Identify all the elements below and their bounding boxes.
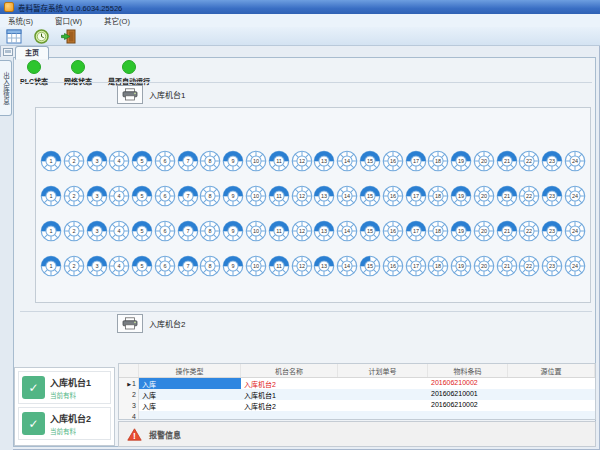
column-header-0[interactable]: 操作类型 — [139, 364, 241, 377]
reel-slot-4-19[interactable]: 19 — [450, 255, 472, 277]
reel-slot-3-1[interactable]: 1 — [40, 220, 62, 242]
clock-icon[interactable] — [30, 27, 52, 46]
cell[interactable] — [139, 411, 241, 420]
table-row-3[interactable]: 3入库入库机台2201606210002 — [119, 400, 595, 411]
reel-slot-3-3[interactable]: 3 — [86, 220, 108, 242]
reel-slot-2-1[interactable]: 1 — [40, 185, 62, 207]
reel-slot-4-11[interactable]: 11 — [268, 255, 290, 277]
reel-slot-3-16[interactable]: 16 — [382, 220, 404, 242]
cell[interactable] — [338, 378, 428, 389]
reel-slot-2-20[interactable]: 20 — [473, 185, 495, 207]
print-button-machine2[interactable] — [117, 314, 143, 333]
reel-slot-3-17[interactable]: 17 — [405, 220, 427, 242]
menu-other[interactable]: 其它(O) — [104, 15, 130, 26]
cell[interactable] — [508, 411, 595, 420]
reel-slot-4-16[interactable]: 16 — [382, 255, 404, 277]
reel-slot-3-13[interactable]: 13 — [313, 220, 335, 242]
reel-slot-3-23[interactable]: 23 — [541, 220, 563, 242]
reel-slot-4-3[interactable]: 3 — [86, 255, 108, 277]
reel-slot-1-13[interactable]: 13 — [313, 150, 335, 172]
reel-slot-1-8[interactable]: 8 — [199, 150, 221, 172]
reel-slot-2-11[interactable]: 11 — [268, 185, 290, 207]
column-header-3[interactable]: 物料条码 — [428, 364, 508, 377]
reel-slot-3-20[interactable]: 20 — [473, 220, 495, 242]
reel-slot-2-15[interactable]: 15 — [359, 185, 381, 207]
reel-slot-1-14[interactable]: 14 — [336, 150, 358, 172]
cell[interactable] — [508, 389, 595, 400]
reel-slot-3-15[interactable]: 15 — [359, 220, 381, 242]
cell[interactable]: 入库机台2 — [241, 400, 338, 411]
column-header-2[interactable]: 计划单号 — [338, 364, 428, 377]
cell[interactable] — [338, 389, 428, 400]
reel-slot-2-8[interactable]: 8 — [199, 185, 221, 207]
cell[interactable]: 入库 — [139, 400, 241, 411]
reel-slot-2-16[interactable]: 16 — [382, 185, 404, 207]
reel-slot-1-3[interactable]: 3 — [86, 150, 108, 172]
reel-slot-1-21[interactable]: 21 — [496, 150, 518, 172]
reel-slot-4-7[interactable]: 7 — [177, 255, 199, 277]
cell[interactable]: 201606210002 — [428, 378, 508, 389]
reel-slot-4-21[interactable]: 21 — [496, 255, 518, 277]
reel-slot-2-17[interactable]: 17 — [405, 185, 427, 207]
reel-slot-4-8[interactable]: 8 — [199, 255, 221, 277]
reel-slot-3-2[interactable]: 2 — [63, 220, 85, 242]
reel-slot-4-12[interactable]: 12 — [291, 255, 313, 277]
reel-slot-4-9[interactable]: 9 — [222, 255, 244, 277]
reel-slot-1-12[interactable]: 12 — [291, 150, 313, 172]
reel-slot-2-4[interactable]: 4 — [108, 185, 130, 207]
reel-slot-1-15[interactable]: 15 — [359, 150, 381, 172]
cell[interactable] — [428, 411, 508, 420]
cell[interactable]: 入库机台2 — [241, 378, 338, 389]
reel-slot-1-4[interactable]: 4 — [108, 150, 130, 172]
cell[interactable] — [338, 411, 428, 420]
cell[interactable] — [241, 411, 338, 420]
reel-slot-2-3[interactable]: 3 — [86, 185, 108, 207]
reel-slot-1-17[interactable]: 17 — [405, 150, 427, 172]
print-button-machine1[interactable] — [117, 85, 143, 104]
reel-slot-2-2[interactable]: 2 — [63, 185, 85, 207]
reel-slot-4-15[interactable]: 15 — [359, 255, 381, 277]
reel-slot-4-6[interactable]: 6 — [154, 255, 176, 277]
reel-slot-1-10[interactable]: 10 — [245, 150, 267, 172]
column-header-1[interactable]: 机台名称 — [241, 364, 338, 377]
reel-slot-3-6[interactable]: 6 — [154, 220, 176, 242]
reel-slot-3-24[interactable]: 24 — [564, 220, 586, 242]
side-panel-tab[interactable]: 出入库信息 — [0, 60, 12, 116]
reel-slot-2-13[interactable]: 13 — [313, 185, 335, 207]
reel-slot-2-6[interactable]: 6 — [154, 185, 176, 207]
column-header-4[interactable]: 源位置 — [508, 364, 595, 377]
dock-button[interactable] — [3, 48, 13, 56]
reel-slot-1-2[interactable]: 2 — [63, 150, 85, 172]
menu-window[interactable]: 窗口(W) — [55, 15, 82, 26]
reel-slot-3-9[interactable]: 9 — [222, 220, 244, 242]
reel-slot-4-2[interactable]: 2 — [63, 255, 85, 277]
cell[interactable] — [508, 400, 595, 411]
reel-slot-1-23[interactable]: 23 — [541, 150, 563, 172]
reel-slot-3-11[interactable]: 11 — [268, 220, 290, 242]
reel-slot-4-1[interactable]: 1 — [40, 255, 62, 277]
reel-slot-4-10[interactable]: 10 — [245, 255, 267, 277]
reel-slot-4-24[interactable]: 24 — [564, 255, 586, 277]
reel-slot-2-14[interactable]: 14 — [336, 185, 358, 207]
tab-home[interactable]: 主页 — [15, 46, 49, 60]
reel-slot-4-17[interactable]: 17 — [405, 255, 427, 277]
cell[interactable]: 入库 — [139, 389, 241, 400]
reel-slot-1-18[interactable]: 18 — [427, 150, 449, 172]
reel-slot-3-4[interactable]: 4 — [108, 220, 130, 242]
table-row-4[interactable]: 4 — [119, 411, 595, 420]
reel-slot-1-9[interactable]: 9 — [222, 150, 244, 172]
cell[interactable]: 入库 — [139, 378, 241, 389]
reel-slot-4-20[interactable]: 20 — [473, 255, 495, 277]
exit-door-icon[interactable] — [57, 27, 79, 46]
reel-slot-1-1[interactable]: 1 — [40, 150, 62, 172]
reel-slot-4-13[interactable]: 13 — [313, 255, 335, 277]
reel-slot-3-7[interactable]: 7 — [177, 220, 199, 242]
reel-slot-2-7[interactable]: 7 — [177, 185, 199, 207]
reel-slot-2-21[interactable]: 21 — [496, 185, 518, 207]
table-row-2[interactable]: 2入库入库机台1201606210001 — [119, 389, 595, 400]
reel-slot-1-24[interactable]: 24 — [564, 150, 586, 172]
cell[interactable]: 201606210002 — [428, 400, 508, 411]
reel-slot-2-18[interactable]: 18 — [427, 185, 449, 207]
reel-slot-1-6[interactable]: 6 — [154, 150, 176, 172]
reel-slot-3-19[interactable]: 19 — [450, 220, 472, 242]
